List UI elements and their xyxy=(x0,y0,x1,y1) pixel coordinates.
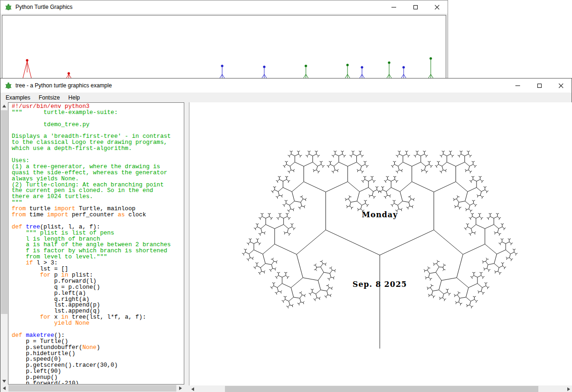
scroll-left-icon xyxy=(191,387,194,391)
turtle-sprite xyxy=(66,72,71,78)
turtle-sprite xyxy=(262,65,267,78)
scrollbar-thumb[interactable] xyxy=(225,386,538,392)
code-horizontal-scrollbar[interactable] xyxy=(0,385,184,392)
scroll-down-button[interactable] xyxy=(0,378,8,385)
scrollbar-thumb[interactable] xyxy=(1,110,7,314)
code-vertical-scrollbar[interactable] xyxy=(0,102,8,385)
minimize-button[interactable] xyxy=(507,78,529,93)
turtle-sprite xyxy=(387,61,391,78)
menu-examples[interactable]: Examples xyxy=(1,93,35,102)
turtle-sprite xyxy=(304,64,308,78)
canvas-text-label: Monday xyxy=(362,210,398,219)
menu-help[interactable]: Help xyxy=(64,93,84,102)
scroll-right-icon xyxy=(179,386,182,390)
fractal-tree-drawing xyxy=(242,151,518,349)
scroll-left-button[interactable] xyxy=(0,385,8,392)
scrollbar-thumb[interactable] xyxy=(8,385,176,392)
scroll-left-button[interactable] xyxy=(189,385,196,392)
turtle-icon xyxy=(5,82,12,89)
pane-divider[interactable] xyxy=(184,102,189,392)
code-line: there are 1024 turtles. xyxy=(12,194,184,200)
scroll-left-icon xyxy=(3,386,6,390)
turtle-sprite xyxy=(360,66,364,78)
close-button[interactable] xyxy=(550,78,572,93)
scroll-up-button[interactable] xyxy=(0,102,8,109)
turtle-sprite xyxy=(401,66,406,78)
maximize-icon xyxy=(537,84,542,88)
scroll-right-button[interactable] xyxy=(177,385,184,392)
maximize-button[interactable] xyxy=(529,78,550,93)
close-icon xyxy=(558,83,564,88)
minimize-button[interactable] xyxy=(383,0,405,14)
turtle-icon xyxy=(5,3,12,11)
code-line: which use a depth-first-algorithm. xyxy=(12,146,184,152)
scroll-right-button[interactable] xyxy=(565,385,572,392)
turtle-sprite xyxy=(23,59,31,78)
close-icon xyxy=(434,5,440,10)
window-title: tree - a Python turtle graphics example xyxy=(15,82,507,89)
maximize-button[interactable] xyxy=(405,0,426,14)
canvas-horizontal-scrollbar[interactable] xyxy=(189,385,572,392)
turtle-sprite xyxy=(345,64,350,78)
code-line: from time import perf_counter as clock xyxy=(12,212,184,218)
scroll-right-icon xyxy=(567,387,570,391)
code-line: yield None xyxy=(12,321,184,327)
tree-demo-window: tree - a Python turtle graphics example … xyxy=(0,78,572,392)
turtle-sprite xyxy=(428,57,433,78)
window-title: Python Turtle Graphics xyxy=(15,4,383,10)
titlebar[interactable]: tree - a Python turtle graphics example xyxy=(0,78,572,93)
turtle-sprite xyxy=(220,64,224,78)
code-listing: #!/usr/bin/env python3""" turtle-example… xyxy=(8,103,184,385)
code-line: p.forward(-210) xyxy=(12,381,184,385)
scroll-up-icon xyxy=(2,105,6,107)
menu-fontsize[interactable]: Fontsize xyxy=(35,93,64,102)
code-line: tdemo_tree.py xyxy=(12,122,184,128)
close-button[interactable] xyxy=(426,0,448,14)
canvas-text-label: Sep. 8 2025 xyxy=(353,280,407,289)
code-editor[interactable]: #!/usr/bin/env python3""" turtle-example… xyxy=(8,102,184,385)
minimize-icon xyxy=(391,7,396,7)
code-line: """ turtle-example-suite: xyxy=(12,110,184,116)
minimize-icon xyxy=(515,86,520,86)
titlebar[interactable]: Python Turtle Graphics xyxy=(0,0,448,14)
scroll-down-icon xyxy=(2,380,6,383)
maximize-icon xyxy=(413,5,418,9)
drawing-canvas: MondaySep. 8 2025 xyxy=(189,102,572,385)
code-line xyxy=(12,152,184,158)
menu-bar: Examples Fontsize Help xyxy=(0,93,572,102)
